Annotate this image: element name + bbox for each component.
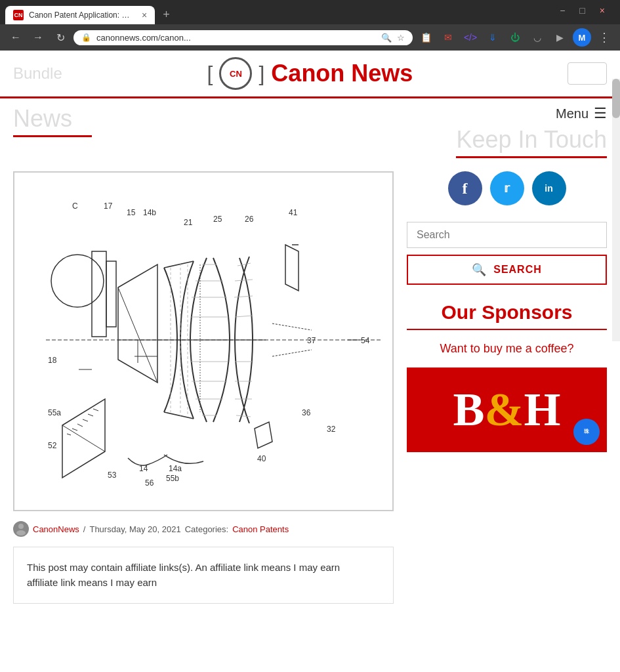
menu-button[interactable]: Menu ☰: [556, 105, 607, 122]
scrollbar-thumb[interactable]: [612, 79, 620, 118]
keep-in-touch-underline: [456, 156, 607, 158]
more-menu-button[interactable]: ⋮: [595, 28, 613, 47]
svg-text:26: 26: [245, 215, 254, 224]
svg-text:14b: 14b: [143, 208, 156, 217]
logo-initials: CN: [219, 57, 252, 90]
minimize-button[interactable]: −: [560, 5, 565, 16]
mail-icon[interactable]: ✉: [439, 28, 457, 47]
svg-text:37: 37: [307, 336, 316, 345]
forward-button[interactable]: →: [29, 28, 47, 47]
twitter-button[interactable]: 𝕣: [490, 171, 524, 205]
hamburger-icon: ☰: [594, 105, 607, 122]
star-icon[interactable]: ☆: [397, 33, 405, 43]
sidebar: f 𝕣 in 🔍 SEARCH Our Sponsors Want to buy…: [407, 171, 607, 604]
download-icon[interactable]: ⇓: [484, 28, 502, 47]
svg-text:41: 41: [289, 208, 298, 217]
svg-text:56: 56: [145, 478, 154, 488]
reload-button[interactable]: ↻: [51, 28, 70, 47]
menu-label: Menu: [556, 106, 589, 121]
article-content: C 17 15 14b 21 25 26 41: [13, 171, 394, 604]
category-link[interactable]: Canon Patents: [232, 524, 289, 534]
scrollbar-track[interactable]: [612, 79, 620, 341]
svg-text:32: 32: [327, 425, 336, 434]
puzzle-icon[interactable]: ◡: [528, 28, 547, 47]
patent-drawing: C 17 15 14b 21 25 26 41: [21, 179, 386, 501]
svg-text:55a: 55a: [48, 408, 61, 417]
bh-ad[interactable]: B&H 珠: [407, 368, 607, 452]
browser-chrome: − □ × CN Canon Patent Application: EVF ×…: [0, 0, 620, 51]
address-text: canonnews.com/canon...: [96, 33, 376, 43]
header-left-text: Bundle: [13, 64, 62, 83]
disclaimer-text-2: affiliate link means I may earn: [27, 576, 380, 591]
header-search-area[interactable]: [568, 62, 607, 85]
sponsors-title: Our Sponsors: [407, 301, 607, 324]
lock-icon: 🔒: [81, 33, 91, 42]
sponsors-underline: [407, 329, 607, 330]
back-button[interactable]: ←: [7, 28, 25, 47]
nav-right: Menu ☰ Keep In Touch: [456, 105, 607, 158]
disclaimer-text: This post may contain affiliate links(s)…: [27, 560, 380, 576]
coffee-text: Want to buy me a coffee?: [407, 340, 607, 358]
svg-text:21: 21: [184, 218, 193, 227]
search-lens-icon[interactable]: 🔍: [381, 33, 392, 43]
power-icon[interactable]: ⏻: [506, 28, 524, 47]
svg-text:15: 15: [127, 208, 136, 217]
tab-bar: − □ × CN Canon Patent Application: EVF ×…: [0, 0, 620, 24]
page-wrapper: Bundle [ CN ] Canon News News Menu ☰: [0, 51, 620, 617]
close-button[interactable]: ×: [600, 5, 605, 16]
keep-in-touch-nav-heading: Keep In Touch: [456, 126, 607, 154]
svg-text:55b: 55b: [166, 474, 179, 483]
categories-label: Categories:: [185, 524, 228, 534]
svg-text:25: 25: [213, 215, 222, 224]
svg-point-69: [16, 530, 26, 536]
svg-text:18: 18: [48, 356, 57, 365]
news-heading[interactable]: News: [13, 105, 92, 133]
linkedin-icon: in: [545, 183, 552, 194]
search-button-label: SEARCH: [493, 264, 542, 276]
code-icon[interactable]: </>: [461, 28, 480, 47]
disclaimer-box: This post may contain affiliate links(s)…: [13, 547, 394, 604]
logo-close-bracket: ]: [258, 62, 264, 86]
facebook-icon: f: [463, 180, 468, 198]
logo-area: [ CN ] Canon News: [207, 57, 413, 90]
svg-point-68: [18, 524, 24, 529]
new-tab-button[interactable]: +: [157, 5, 175, 24]
bh-text: B&H: [453, 383, 560, 437]
author-link[interactable]: CanonNews: [33, 524, 79, 534]
site-logo-text: Canon News: [271, 60, 413, 87]
nav-section: News Menu ☰ Keep In Touch: [0, 98, 620, 158]
twitter-icon: 𝕣: [504, 181, 510, 196]
svg-text:53: 53: [108, 471, 117, 480]
bh-ampersand: &: [485, 383, 524, 436]
svg-text:C: C: [72, 201, 78, 211]
separator-slash: /: [83, 524, 86, 534]
svg-text:36: 36: [302, 408, 311, 417]
news-underline: [13, 135, 92, 137]
patent-image-box: C 17 15 14b 21 25 26 41: [13, 171, 394, 511]
maximize-button[interactable]: □: [579, 5, 585, 16]
address-bar-row: ← → ↻ 🔒 canonnews.com/canon... 🔍 ☆ 📋 ✉ <…: [0, 24, 620, 51]
linkedin-button[interactable]: in: [532, 171, 566, 205]
search-icon: 🔍: [472, 262, 487, 277]
svg-text:17: 17: [104, 201, 113, 211]
svg-text:52: 52: [48, 441, 57, 450]
nav-news: News: [13, 105, 92, 137]
copy-icon[interactable]: 📋: [417, 28, 435, 47]
tab-close-button[interactable]: ×: [142, 10, 147, 20]
svg-text:54: 54: [361, 336, 370, 345]
svg-text:40: 40: [257, 454, 266, 463]
media-icon[interactable]: ▶: [550, 28, 569, 47]
tab-favicon: CN: [13, 10, 24, 20]
search-button[interactable]: 🔍 SEARCH: [407, 255, 607, 285]
site-header: Bundle [ CN ] Canon News: [0, 51, 620, 98]
address-bar[interactable]: 🔒 canonnews.com/canon... 🔍 ☆: [73, 30, 413, 45]
logo-open-bracket: [: [207, 62, 213, 86]
facebook-button[interactable]: f: [448, 171, 482, 205]
social-icons: f 𝕣 in: [407, 171, 607, 205]
active-tab[interactable]: CN Canon Patent Application: EVF ×: [5, 6, 155, 24]
profile-button[interactable]: M: [573, 28, 591, 47]
tab-title: Canon Patent Application: EVF: [29, 10, 134, 20]
search-input[interactable]: [407, 222, 607, 248]
article-meta: CanonNews / Thursday, May 20, 2021 Categ…: [13, 521, 394, 537]
main-content: C 17 15 14b 21 25 26 41: [0, 158, 620, 617]
